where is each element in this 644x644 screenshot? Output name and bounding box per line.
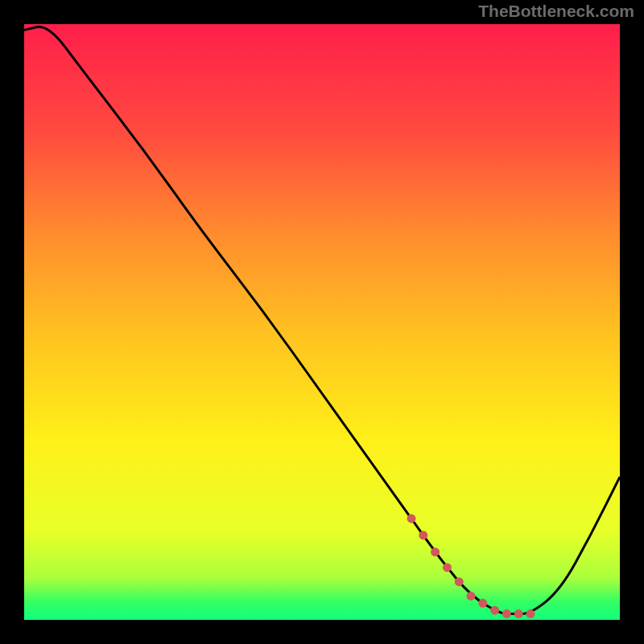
optimal-dot <box>443 563 452 572</box>
optimal-dot <box>455 577 464 586</box>
watermark-text: TheBottleneck.com <box>478 2 634 21</box>
optimal-dot <box>407 514 416 523</box>
optimal-dot <box>502 609 511 618</box>
bottleneck-curve-line <box>24 27 620 613</box>
optimal-dot <box>431 547 440 556</box>
optimal-dot <box>419 530 427 539</box>
optimal-dot <box>478 599 487 608</box>
optimal-dot <box>514 609 523 618</box>
optimal-zone-markers <box>407 514 535 618</box>
chart-curve-layer <box>24 24 620 620</box>
optimal-dot <box>526 609 535 618</box>
optimal-dot <box>490 606 499 615</box>
bottleneck-chart <box>24 24 620 620</box>
optimal-dot <box>467 592 476 601</box>
